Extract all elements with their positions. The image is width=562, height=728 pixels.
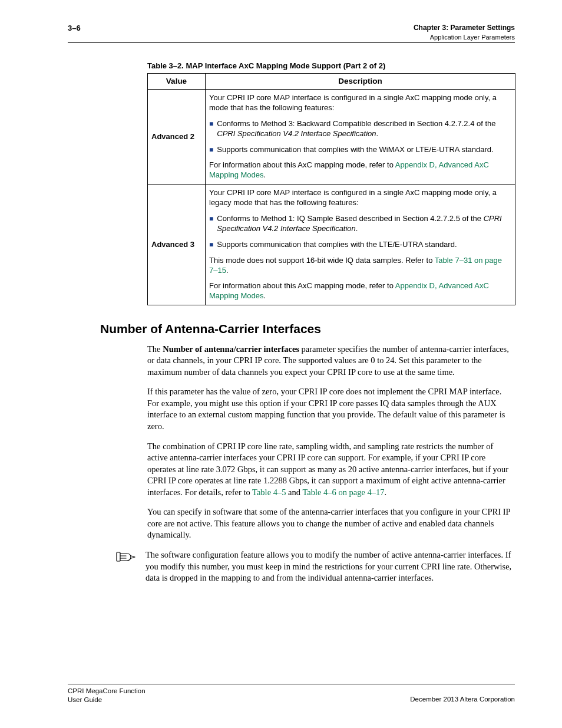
value-cell: Advanced 2	[148, 89, 206, 184]
bullet-text: Supports communication that complies wit…	[217, 145, 493, 155]
th-value: Value	[148, 74, 206, 90]
page-header: 3–6 Chapter 3: Parameter Settings Applic…	[68, 24, 515, 43]
desc-bullet: ■ Supports communication that complies w…	[209, 144, 511, 156]
mapping-mode-table: Value Description Advanced 2 Your CPRI I…	[147, 73, 515, 305]
footer-doc-sub: User Guide	[68, 696, 146, 704]
body-paragraph: The Number of antenna/carrier interfaces…	[147, 344, 515, 378]
bullet-icon: ■	[209, 119, 213, 129]
note-block: The software configuration feature allow…	[116, 549, 515, 584]
bullet-text: Conforms to Method 1: IQ Sample Based de…	[217, 214, 511, 234]
bullet-icon: ■	[209, 240, 213, 250]
desc-ref: For information about this AxC mapping m…	[209, 280, 511, 302]
xref-link[interactable]: Table 4–6 on page 4–17	[302, 487, 384, 497]
footer-doc-title: CPRI MegaCore Function	[68, 687, 146, 696]
body-paragraph: The combination of CPRI IP core line rat…	[147, 441, 515, 499]
desc-ref: This mode does not support 16-bit wide I…	[209, 255, 511, 277]
chapter-title: Chapter 3: Parameter Settings	[414, 24, 515, 33]
footer-left: CPRI MegaCore Function User Guide	[68, 687, 146, 704]
table-row: Advanced 3 Your CPRI IP core MAP interfa…	[148, 185, 515, 305]
xref-link[interactable]: Table 4–5	[252, 487, 286, 497]
table-caption: Table 3–2. MAP Interface AxC Mapping Mod…	[147, 61, 515, 71]
body-paragraph: If this parameter has the value of zero,…	[147, 386, 515, 432]
page-number: 3–6	[68, 24, 81, 34]
footer-right: December 2013 Altera Corporation	[410, 695, 515, 704]
chapter-sub: Application Layer Parameters	[414, 33, 515, 41]
desc-intro: Your CPRI IP core MAP interface is confi…	[209, 92, 511, 114]
desc-ref: For information about this AxC mapping m…	[209, 159, 511, 182]
table-row: Advanced 2 Your CPRI IP core MAP interfa…	[148, 89, 515, 184]
section-heading: Number of Antenna-Carrier Interfaces	[100, 321, 515, 337]
value-cell: Advanced 3	[148, 185, 206, 305]
bullet-icon: ■	[209, 214, 213, 224]
note-hand-icon	[116, 549, 146, 564]
note-text: The software configuration feature allow…	[146, 549, 515, 584]
desc-bullet: ■ Conforms to Method 1: IQ Sample Based …	[209, 213, 511, 235]
param-name: Number of antenna/carrier interfaces	[163, 344, 299, 354]
svg-rect-0	[117, 552, 120, 561]
desc-bullet: ■ Conforms to Method 3: Backward Compati…	[209, 118, 511, 140]
description-cell: Your CPRI IP core MAP interface is confi…	[206, 89, 515, 184]
body-paragraph: You can specify in software that some of…	[147, 506, 515, 541]
bullet-text: Supports communication that complies wit…	[217, 240, 457, 250]
desc-bullet: ■ Supports communication that complies w…	[209, 239, 511, 251]
page-footer: CPRI MegaCore Function User Guide Decemb…	[68, 684, 515, 704]
chapter-block: Chapter 3: Parameter Settings Applicatio…	[414, 24, 515, 41]
bullet-text: Conforms to Method 3: Backward Compatibl…	[217, 119, 511, 139]
description-cell: Your CPRI IP core MAP interface is confi…	[206, 185, 515, 305]
desc-intro: Your CPRI IP core MAP interface is confi…	[209, 187, 511, 209]
th-description: Description	[206, 74, 515, 90]
bullet-icon: ■	[209, 145, 213, 155]
